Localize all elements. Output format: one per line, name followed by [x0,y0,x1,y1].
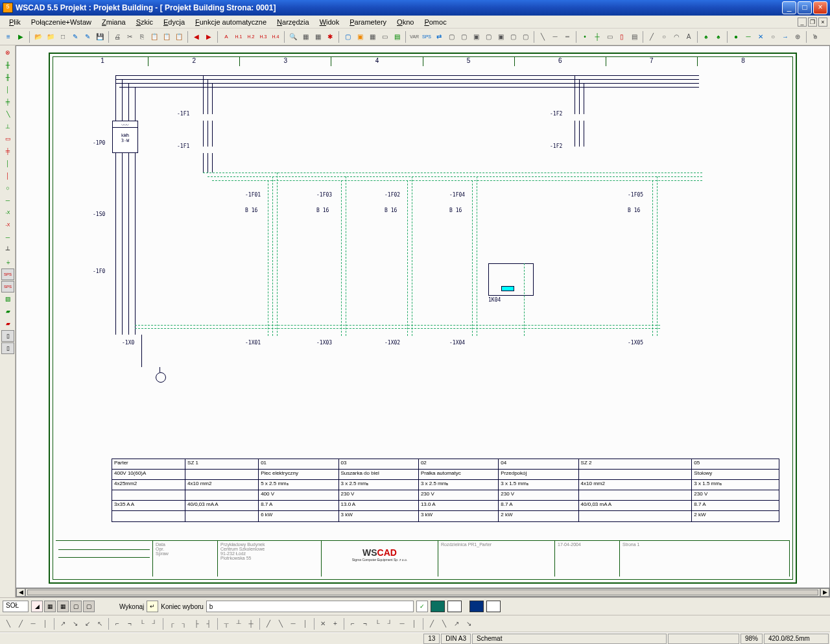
lt-term-icon[interactable]: ┴ [1,244,14,256]
cmd-icon1[interactable]: ◢ [31,601,43,612]
lt-earth-icon[interactable]: ⏚ [1,256,14,268]
tb-box2-icon[interactable]: ▢ [458,30,469,43]
lt-sheet2-icon[interactable]: ▰ [1,318,14,329]
tb-sps-icon[interactable]: SPS [421,30,433,43]
lt-symbol2-icon[interactable]: ╫ [1,71,14,83]
tb-paste2-icon[interactable]: 📋 [161,30,172,43]
tb-prev-icon[interactable]: ◀ [191,30,202,43]
bt-c5-icon[interactable]: ┌ [166,617,178,630]
bt-s1-icon[interactable]: ⌐ [347,617,359,630]
bt-t1-icon[interactable]: ┬ [220,617,232,630]
tb-layer-icon[interactable]: ▢ [342,30,353,43]
lt-sps1-icon[interactable]: SPS [1,268,14,280]
lt-arr-icon[interactable]: ▯ [1,330,14,342]
bt-s4-icon[interactable]: ┘ [384,617,396,630]
tb-box5-icon[interactable]: ▣ [495,30,506,43]
bt-cross-icon[interactable]: ✕ [317,617,329,630]
bt-d4-icon[interactable]: │ [300,617,311,630]
lt-x-icon[interactable]: -X [1,207,14,219]
tb-paste3-icon[interactable]: 📋 [173,30,185,43]
menu-plik[interactable]: Plik [4,17,26,27]
h-scrollbar[interactable]: ◀ ▶ [16,588,829,597]
menu-parametery[interactable]: Parametery [344,17,392,27]
tb-box4-icon[interactable]: ▢ [482,30,494,43]
mdi-minimize[interactable]: _ [798,18,807,27]
tb-sheet-icon[interactable]: ▤ [391,30,403,43]
bt-a1-icon[interactable]: ↗ [57,617,69,630]
bt-c4-icon[interactable]: ┘ [148,617,160,630]
menu-szkic[interactable]: Szkic [131,17,158,27]
bt-t3-icon[interactable]: ┼ [245,617,257,630]
tb-dot-icon[interactable]: ● [730,30,742,43]
menu-okno[interactable]: Okno [392,17,419,27]
tb-conn2-icon[interactable]: ┼ [591,30,603,43]
bt-t2-icon[interactable]: ┴ [233,617,244,630]
lt-arr2-icon[interactable]: ▯ [1,342,14,354]
tb-arrow-icon[interactable]: → [779,30,791,43]
bt-d2-icon[interactable]: ╲ [275,617,287,630]
bt-a3-icon[interactable]: ↙ [82,617,93,630]
tb-text-icon[interactable]: A [683,30,694,43]
tb-print-icon[interactable]: 🖨 [112,30,123,43]
bt-s2-icon[interactable]: ¬ [359,617,371,630]
tb-var-icon[interactable]: VAR [409,30,420,43]
lt-plug-icon[interactable]: ⊥ [1,121,14,132]
bt-r4-icon[interactable]: ↘ [463,617,475,630]
tb-box3-icon[interactable]: ▣ [470,30,482,43]
tb-xref-icon[interactable]: ✱ [324,30,336,43]
menu-polaczenie[interactable]: Połączenie+Wstaw [26,17,97,27]
tb-rect-icon[interactable]: ▭ [604,30,615,43]
scroll-left-icon[interactable]: ◀ [16,588,25,597]
bt-a2-icon[interactable]: ↘ [69,617,81,630]
bt-r3-icon[interactable]: ↗ [451,617,462,630]
bt-c2-icon[interactable]: ¬ [124,617,136,630]
tb-sline-icon[interactable]: ╱ [646,30,658,43]
menu-funkcje[interactable]: Funkcje automatyczne [190,17,272,27]
lt-coil2-icon[interactable]: │ [1,170,14,182]
tb-open-icon[interactable]: 📂 [32,30,44,43]
tb-paste-icon[interactable]: 📋 [148,30,160,43]
lt-filter-icon[interactable]: ▨ [1,293,14,305]
cmd-icon3[interactable]: ▦ [57,601,69,612]
bt-line4-icon[interactable]: │ [40,617,51,630]
mdi-close[interactable]: × [818,18,827,27]
lt-motor-icon[interactable]: ⊗ [1,47,14,58]
tb-h3-icon[interactable]: H.3 [257,30,269,43]
layer-box[interactable]: SOŁ [3,601,29,612]
color-swatch-3[interactable] [469,601,484,612]
bt-c8-icon[interactable]: ┤ [203,617,215,630]
tb-form-icon[interactable]: ▭ [379,30,390,43]
tb-a-icon[interactable]: A [220,30,232,43]
tb-wizard-icon[interactable]: ✎ [69,30,81,43]
enter-icon[interactable]: ↵ [147,601,158,612]
bt-c7-icon[interactable]: ├ [191,617,202,630]
tb-line3-icon[interactable]: ┅ [562,30,573,43]
lt-switch-icon[interactable]: ╲ [1,108,14,120]
menu-widok[interactable]: Widok [314,17,345,27]
tb-search-icon[interactable]: 🔍 [287,30,299,43]
tb-circ2-icon[interactable]: ○ [767,30,779,43]
bt-a4-icon[interactable]: ↖ [94,617,106,630]
mdi-restore[interactable]: ❐ [808,18,817,27]
cmd-icon2[interactable]: ▦ [44,601,56,612]
bt-line1-icon[interactable]: ╲ [3,617,14,630]
lt-socket-icon[interactable]: ○ [1,182,14,194]
tb-h1-icon[interactable]: H.1 [233,30,244,43]
tb-next-icon[interactable]: ▶ [203,30,215,43]
bt-plus-icon[interactable]: + [329,617,341,630]
bt-line2-icon[interactable]: ╱ [15,617,27,630]
maximize-button[interactable]: □ [798,1,812,14]
tb-line1-icon[interactable]: ╲ [537,30,549,43]
tb-open2-icon[interactable]: 📁 [45,30,56,43]
lt-sps2-icon[interactable]: SPS [1,281,14,292]
lt-x2-icon[interactable]: -X [1,219,14,231]
lt-symbol3-icon[interactable]: │ [1,84,14,95]
cmd-icon5[interactable]: ▢ [83,601,95,612]
tb-h2-icon[interactable]: H.2 [245,30,257,43]
command-input[interactable] [206,601,414,612]
tb-circle-icon[interactable]: ○ [658,30,670,43]
bt-line3-icon[interactable]: ─ [27,617,39,630]
bt-s5-icon[interactable]: ─ [396,617,408,630]
tb-target-icon[interactable]: ⊕ [792,30,803,43]
color-swatch-4[interactable] [486,601,501,612]
